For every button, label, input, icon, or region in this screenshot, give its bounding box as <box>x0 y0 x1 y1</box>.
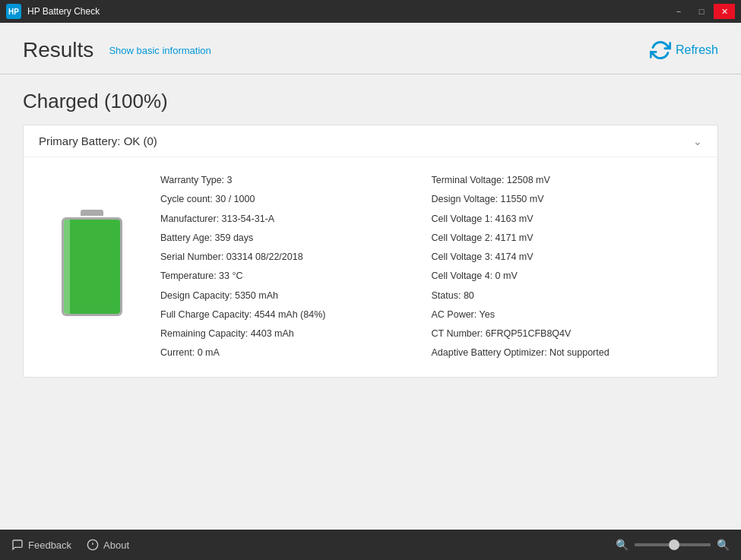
info-columns: Warranty Type: 3Cycle count: 30 / 1000Ma… <box>160 172 702 362</box>
info-item: Current: 0 mA <box>160 345 432 361</box>
info-item: Full Charge Capacity: 4544 mAh (84%) <box>160 307 432 323</box>
zoom-in-icon[interactable]: 🔍 <box>717 539 730 551</box>
footer: Feedback About 🔍 🔍 <box>0 530 741 560</box>
charged-status: Charged (100%) <box>23 90 718 113</box>
hp-logo: HP <box>6 4 21 19</box>
zoom-slider[interactable] <box>635 543 711 546</box>
info-col-right: Terminal Voltage: 12508 mVDesign Voltage… <box>432 172 703 362</box>
content-area: Charged (100%) Primary Battery: OK (0) ⌄ <box>0 74 741 530</box>
info-item: Cell Voltage 1: 4163 mV <box>432 211 703 227</box>
battery-icon-container <box>39 172 145 362</box>
info-item: Status: 80 <box>432 288 703 304</box>
close-button[interactable]: ✕ <box>714 4 735 19</box>
battery-panel-body: Warranty Type: 3Cycle count: 30 / 1000Ma… <box>24 157 717 377</box>
info-item: Terminal Voltage: 12508 mV <box>432 172 703 188</box>
info-item: Cell Voltage 4: 0 mV <box>432 268 703 284</box>
battery-outer <box>62 217 122 316</box>
zoom-slider-thumb[interactable] <box>669 539 679 550</box>
about-label: About <box>103 539 129 551</box>
titlebar: HP HP Battery Check − □ ✕ <box>0 0 741 23</box>
info-item: Design Voltage: 11550 mV <box>432 191 703 207</box>
info-item: Manufacturer: 313-54-31-A <box>160 211 432 227</box>
header-left: Results Show basic information <box>23 38 211 62</box>
footer-left: Feedback About <box>11 539 129 551</box>
battery-panel-header[interactable]: Primary Battery: OK (0) ⌄ <box>24 125 717 157</box>
feedback-button[interactable]: Feedback <box>11 539 71 551</box>
info-item: Cycle count: 30 / 1000 <box>160 191 432 207</box>
app-title: HP Battery Check <box>27 6 100 17</box>
battery-panel: Primary Battery: OK (0) ⌄ War <box>23 125 718 378</box>
maximize-button[interactable]: □ <box>691 4 712 19</box>
show-basic-link[interactable]: Show basic information <box>109 45 211 56</box>
refresh-label: Refresh <box>676 43 718 57</box>
about-button[interactable]: About <box>87 539 129 551</box>
info-item: Design Capacity: 5350 mAh <box>160 288 432 304</box>
battery-shadow <box>64 220 70 314</box>
refresh-button[interactable]: Refresh <box>650 40 718 61</box>
info-item: Battery Age: 359 days <box>160 230 432 246</box>
info-item: Cell Voltage 2: 4171 mV <box>432 230 703 246</box>
info-item: AC Power: Yes <box>432 307 703 323</box>
battery-panel-title: Primary Battery: OK (0) <box>39 134 157 147</box>
header: Results Show basic information Refresh <box>0 23 741 74</box>
info-item: Warranty Type: 3 <box>160 172 432 188</box>
minimize-button[interactable]: − <box>668 4 689 19</box>
zoom-out-icon[interactable]: 🔍 <box>616 539 629 551</box>
info-item: Adaptive Battery Optimizer: Not supporte… <box>432 345 703 361</box>
footer-right: 🔍 🔍 <box>616 539 730 551</box>
window-controls: − □ ✕ <box>668 4 735 19</box>
main-content: Results Show basic information Refresh C… <box>0 23 741 560</box>
feedback-icon <box>11 539 24 551</box>
info-item: CT Number: 6FRQP51CFB8Q4V <box>432 326 703 342</box>
info-item: Temperature: 33 °C <box>160 268 432 284</box>
info-col-left: Warranty Type: 3Cycle count: 30 / 1000Ma… <box>160 172 432 362</box>
page-title: Results <box>23 38 93 62</box>
about-icon <box>87 539 99 551</box>
info-item: Remaining Capacity: 4403 mAh <box>160 326 432 342</box>
info-item: Serial Number: 03314 08/22/2018 <box>160 249 432 265</box>
refresh-icon <box>650 40 671 61</box>
battery-fill <box>64 220 120 314</box>
titlebar-left: HP HP Battery Check <box>6 4 100 19</box>
battery-graphic <box>62 217 122 316</box>
chevron-up-icon: ⌄ <box>693 135 702 147</box>
feedback-label: Feedback <box>28 539 71 551</box>
info-item: Cell Voltage 3: 4174 mV <box>432 249 703 265</box>
battery-tip <box>81 210 103 216</box>
